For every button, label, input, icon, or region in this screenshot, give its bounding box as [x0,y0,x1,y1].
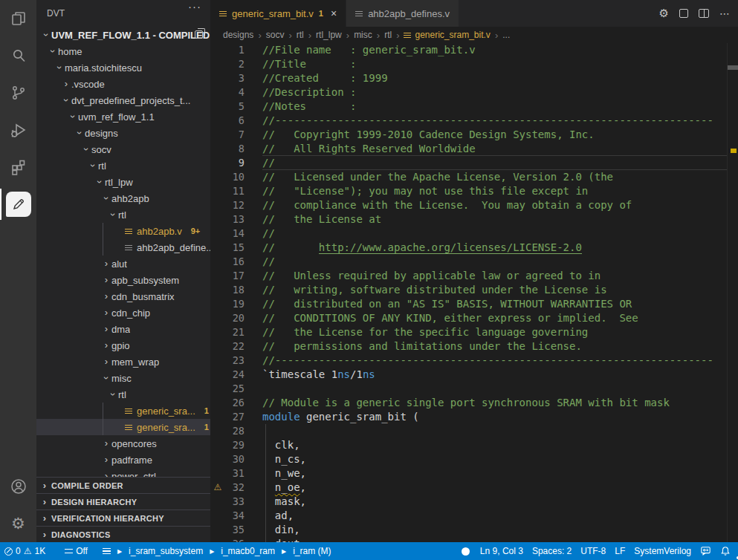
tree-item-alut[interactable]: ›alut [36,255,210,272]
design-hierarchy-status[interactable]: ▶i_sram_subsystem▶i_macb0_ram▶i_ram (M) [98,542,336,560]
indent-guide [103,239,103,255]
tree-item-rtl[interactable]: ›rtl [36,386,210,403]
tree-item-maria.stoichitescu[interactable]: ›maria.stoichitescu [36,59,210,76]
tree-item-label: mem_wrap [111,356,159,368]
tab-ahb2apb_defines.v[interactable]: ahb2apb_defines.v [346,0,459,27]
line-number: 20 [225,311,245,325]
layout-icon[interactable] [679,9,688,18]
feedback-icon[interactable] [696,542,716,560]
chevron-right-icon: › [101,356,111,367]
tree-item-generic_sra...[interactable]: generic_sra...1 [36,419,210,435]
line-text: //Created : 1999 [262,71,388,85]
activity-item-run-debug[interactable] [0,111,36,149]
line-text: // [262,227,275,241]
breadcrumb-item[interactable]: rtl_lpw [316,30,342,40]
activity-item-dvt[interactable] [0,186,36,223]
tree-item-designs[interactable]: ›designs [36,125,210,141]
chevron-down-icon: › [68,111,78,122]
tree-item-generic_sra...[interactable]: generic_sra...1 [36,403,210,419]
tree-item-label: rtl [118,389,126,400]
breadcrumb-item[interactable]: designs [223,30,253,40]
tree-item-uvm_ref_flow_1.1-compiled-...[interactable]: ›UVM_REF_FLOW_1.1 - COMPILED ... [36,27,210,43]
tree-item-apb_subsystem[interactable]: ›apb_subsystem [36,272,210,288]
tree-item-socv[interactable]: ›socv [36,141,210,157]
breadcrumb-item[interactable]: misc [354,30,372,40]
tree-item-padframe[interactable]: ›padframe [36,452,210,468]
chevron-right-icon: › [39,481,50,491]
glyph-margin [210,438,225,452]
code-line: ⚠32 n_oe, [210,481,738,495]
notifications-bell-icon[interactable] [716,542,738,560]
code-line: 33 mask, [210,495,738,509]
tree-item-uvm_ref_flow_1.1[interactable]: ›uvm_ref_flow_1.1 [36,108,210,125]
panel-header-design-hierarchy[interactable]: ›DESIGN HIERARCHY [36,493,210,509]
status-eol[interactable]: LF [610,542,629,560]
status-encoding[interactable]: UTF-8 [576,542,610,560]
arrow-right-icon: ▶ [117,548,122,555]
split-editor-icon[interactable] [699,9,709,18]
close-icon[interactable]: × [331,7,337,19]
panel-header-verification-hierarchy[interactable]: ›VERIFICATION HIERARCHY [36,509,210,526]
duplicate-icon[interactable] [195,30,203,39]
glyph-margin [210,184,225,198]
scrollbar-thumb[interactable] [728,65,738,70]
breadcrumb-item[interactable]: rtl [384,30,392,40]
code-line: 35 din, [210,523,738,537]
activity-item-explorer[interactable] [0,0,36,37]
breadcrumb-file[interactable]: generic_sram_bit.v [404,30,490,40]
activity-item-settings[interactable]: ⚙ [0,505,36,542]
breadcrumb-item[interactable]: socv [266,30,285,40]
more-actions-icon[interactable]: ··· [188,0,201,13]
activity-item-extensions[interactable] [0,149,36,186]
tree-item-ahb2apb_define...[interactable]: ahb2apb_define... [36,239,210,255]
line-text: //Notes : [262,100,356,114]
panel-header-diagnostics[interactable]: ›DIAGNOSTICS [36,526,210,542]
breadcrumb-tail[interactable]: ... [502,30,510,40]
tree-item-home[interactable]: ›home [36,43,210,59]
status-indentation[interactable]: Spaces: 2 [528,542,576,560]
compile-mode-status[interactable]: Off [60,542,92,560]
overview-warning-marker [731,149,737,153]
glyph-margin [210,156,225,170]
tree-item-cdn_busmatrix[interactable]: ›cdn_busmatrix [36,288,210,305]
code-line: 28 [210,424,738,438]
tree-item-dma[interactable]: ›dma [36,321,210,337]
activity-item-source-control[interactable] [0,74,36,111]
line-text: n_we, [262,466,306,481]
line-text: // CONDITIONS OF ANY KIND, either expres… [262,311,638,325]
status-dot-icon[interactable] [462,547,470,556]
chevron-down-icon: › [74,128,85,138]
line-number: 14 [225,227,245,241]
code-line: 15// http://www.apache.org/licenses/LICE… [210,241,738,255]
code-editor[interactable]: 1//File name : generic_sram_bit.v2//Titl… [210,43,738,542]
tree-item-dvt_predefined_projects_t...[interactable]: ›dvt_predefined_projects_t... [36,92,210,108]
breadcrumb-item[interactable]: rtl [297,30,304,40]
tree-item-opencores[interactable]: ›opencores [36,435,210,452]
status-cursor-position[interactable]: Ln 9, Col 3 [476,542,528,560]
problems-status[interactable]: 0 ⚠ 1K [0,542,50,560]
file-icon [355,11,363,16]
tree-item-misc[interactable]: ›misc [36,370,210,386]
tree-item-ahb2apb[interactable]: ›ahb2apb [36,190,210,206]
panel-header-compile-order[interactable]: ›COMPILE ORDER [36,477,210,493]
tab-generic_sram_bit.v[interactable]: generic_sram_bit.v1× [210,0,346,27]
tree-item-rtl[interactable]: ›rtl [36,157,210,174]
code-line: 20// CONDITIONS OF ANY KIND, either expr… [210,311,738,325]
code-line: 3//Created : 1999 [210,71,738,85]
line-text: // compliance with the License. You may … [262,198,632,212]
tree-item-cdn_chip[interactable]: ›cdn_chip [36,305,210,321]
line-number: 29 [225,438,245,452]
settings-gear-icon[interactable]: ⚙ [659,7,669,20]
tree-item-rtl_lpw[interactable]: ›rtl_lpw [36,174,210,190]
tree-item-.vscode[interactable]: ›.vscode [36,76,210,92]
activity-item-search[interactable] [0,37,36,74]
more-actions-icon[interactable]: ⋯ [719,7,731,19]
code-line: 7// Copyright 1999-2010 Cadence Design S… [210,128,738,142]
tree-item-gpio[interactable]: ›gpio [36,337,210,354]
status-language-mode[interactable]: SystemVerilog [629,542,696,560]
tree-item-mem_wrap[interactable]: ›mem_wrap [36,354,210,370]
tree-item-rtl[interactable]: ›rtl [36,206,210,223]
warning-icon: ⚠ [24,546,32,556]
activity-item-account[interactable] [0,468,36,505]
tree-item-ahb2apb.v[interactable]: ahb2apb.v9+ [36,223,210,239]
